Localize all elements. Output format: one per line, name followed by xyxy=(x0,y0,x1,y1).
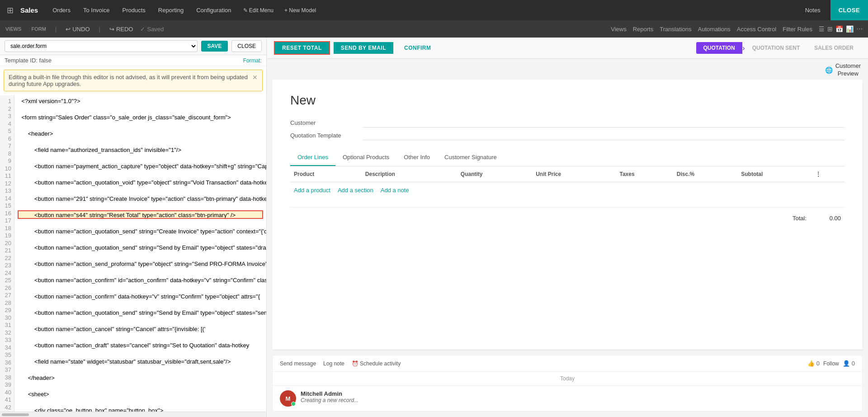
field-customer-label: Customer xyxy=(290,119,363,126)
reports-link[interactable]: Reports xyxy=(633,26,654,33)
col-description: Description xyxy=(362,166,457,182)
status-quotation[interactable]: QUOTATION xyxy=(696,42,742,54)
tab-optional-products[interactable]: Optional Products xyxy=(335,149,396,166)
followers-stat: 👤 0 xyxy=(843,360,855,367)
field-quotation-template-label: Quotation Template xyxy=(290,132,363,139)
view-icons: ☰ ⊞ 📅 📊 ⋯ xyxy=(819,25,863,33)
new-model-button[interactable]: + New Model xyxy=(280,5,321,15)
follow-button[interactable]: Follow xyxy=(823,360,839,367)
add-row-links: Add a product Add a section Add a note xyxy=(290,182,844,198)
add-product-link[interactable]: Add a product xyxy=(294,187,330,194)
line-numbers: 1234567891011121314151617181920212223242… xyxy=(0,95,14,412)
confirm-button[interactable]: CONFIRM xyxy=(397,42,439,54)
likes-stat: 👍 0 xyxy=(807,360,820,367)
add-section-link[interactable]: Add a section xyxy=(338,187,373,194)
schedule-activity-button[interactable]: ⏰ Schedule activity xyxy=(352,360,401,367)
globe-icon: 🌐 xyxy=(825,66,833,74)
save-button[interactable]: SAVE xyxy=(201,41,228,52)
form-preview-inner: New Customer Quotation Template Order Li… xyxy=(272,80,863,242)
status-sent[interactable]: QUOTATION SENT xyxy=(745,42,807,54)
file-selector[interactable]: sale.order.form xyxy=(5,40,198,52)
send-message-button[interactable]: Send message xyxy=(280,360,316,367)
code-editor-panel: sale.order.form SAVE CLOSE Template ID: … xyxy=(0,38,267,417)
send-email-button[interactable]: SEND BY EMAIL xyxy=(334,42,393,54)
likes-count: 0 xyxy=(816,360,820,367)
editor-scrollbar[interactable] xyxy=(0,412,266,417)
list-view-icon[interactable]: ☰ xyxy=(819,25,825,33)
scrollbar-thumb[interactable] xyxy=(2,413,29,416)
calendar-icon[interactable]: 📅 xyxy=(835,25,843,33)
reset-total-button[interactable]: RESET TOTAL xyxy=(274,41,330,55)
col-quantity: Quantity xyxy=(457,166,532,182)
tab-order-lines[interactable]: Order Lines xyxy=(290,149,335,166)
status-order[interactable]: SALES ORDER xyxy=(807,42,861,54)
views-link[interactable]: Views xyxy=(611,26,626,33)
field-quotation-template-value[interactable] xyxy=(363,131,844,140)
chatter-stats: 👍 0 Follow 👤 0 xyxy=(807,360,855,367)
warning-text: Editing a built-in file through this edi… xyxy=(9,74,252,87)
automations-link[interactable]: Automations xyxy=(698,26,731,33)
warning-close-button[interactable]: ✕ xyxy=(252,74,258,81)
preview-panel: RESET TOTAL SEND BY EMAIL CONFIRM QUOTAT… xyxy=(267,38,868,417)
nav-products[interactable]: Products xyxy=(117,5,151,15)
online-badge xyxy=(291,402,296,406)
col-subtotal: Subtotal xyxy=(737,166,812,182)
form-title: New xyxy=(290,93,844,108)
customer-preview-label: CustomerPreview xyxy=(835,62,861,78)
template-id-bar: Template ID: false Format: xyxy=(0,55,266,66)
check-icon: ✓ xyxy=(140,26,145,33)
code-lines: 1234567891011121314151617181920212223242… xyxy=(0,95,266,412)
code-editor[interactable]: 1234567891011121314151617181920212223242… xyxy=(0,95,266,412)
total-label: Total: xyxy=(793,215,807,222)
nav-items: Orders To Invoice Products Reporting Con… xyxy=(47,5,799,15)
total-row: Total: 0.00 xyxy=(290,207,844,229)
form-fields: Customer Quotation Template xyxy=(290,118,844,140)
code-content[interactable]: <?xml version="1.0"?> <form string="Sale… xyxy=(14,95,266,412)
order-lines-table: Product Description Quantity Unit Price … xyxy=(290,166,844,182)
more-views-icon[interactable]: ⋯ xyxy=(856,25,863,33)
field-customer-value[interactable] xyxy=(363,118,844,128)
nav-configuration[interactable]: Configuration xyxy=(191,5,236,15)
format-link[interactable]: Format: xyxy=(243,57,262,64)
total-value: 0.00 xyxy=(814,215,841,222)
nav-to-invoice[interactable]: To Invoice xyxy=(78,5,115,15)
translations-link[interactable]: Translations xyxy=(660,26,691,33)
form-preview: New Customer Quotation Template Order Li… xyxy=(272,80,863,350)
top-navigation: ⊞ Sales Orders To Invoice Products Repor… xyxy=(0,0,868,20)
grid-view-icon[interactable]: ⊞ xyxy=(827,25,833,33)
access-control-link[interactable]: Access Control xyxy=(737,26,776,33)
preview-action-bar: RESET TOTAL SEND BY EMAIL CONFIRM QUOTAT… xyxy=(267,38,868,59)
message-author: Mitchell Admin xyxy=(301,390,359,397)
customer-preview-area: 🌐 CustomerPreview xyxy=(267,59,868,80)
nav-reporting[interactable]: Reporting xyxy=(153,5,189,15)
main-layout: sale.order.form SAVE CLOSE Template ID: … xyxy=(0,38,868,417)
second-bar-right: Views Reports Translations Automations A… xyxy=(611,25,863,33)
customer-preview-button[interactable]: CustomerPreview xyxy=(835,62,861,78)
filter-rules-link[interactable]: Filter Rules xyxy=(783,26,812,33)
tab-customer-signature[interactable]: Customer Signature xyxy=(437,149,504,166)
app-grid-icon[interactable]: ⊞ xyxy=(0,0,20,20)
undo-button[interactable]: ↩ UNDO xyxy=(66,26,90,33)
chart-icon[interactable]: 📊 xyxy=(846,25,854,33)
chatter: Send message Log note ⏰ Schedule activit… xyxy=(272,355,863,412)
close-button-top[interactable]: CLOSE xyxy=(830,0,868,20)
add-note-link[interactable]: Add a note xyxy=(381,187,409,194)
followers-count: 0 xyxy=(852,360,855,367)
notes-button[interactable]: Notes xyxy=(799,5,827,15)
views-label: VIEWS xyxy=(5,26,21,32)
col-product: Product xyxy=(290,166,362,182)
tab-other-info[interactable]: Other Info xyxy=(396,149,437,166)
close-editor-button[interactable]: CLOSE xyxy=(231,40,262,52)
redo-button[interactable]: ↪ REDO xyxy=(109,26,133,33)
message-body: Mitchell Admin Creating a new record... xyxy=(301,390,359,407)
edit-menu-button[interactable]: ✎ Edit Menu xyxy=(239,5,278,15)
log-note-button[interactable]: Log note xyxy=(323,360,344,367)
saved-indicator: ✓ Saved xyxy=(140,26,164,33)
message-text: Creating a new record... xyxy=(301,397,359,403)
nav-orders[interactable]: Orders xyxy=(47,5,76,15)
second-toolbar: VIEWS FORM | ↩ UNDO | ↪ REDO ✓ Saved Vie… xyxy=(0,20,868,38)
warning-banner: Editing a built-in file through this edi… xyxy=(4,70,263,91)
avatar-initials: M xyxy=(286,395,291,402)
person-icon: 👤 xyxy=(843,360,850,367)
avatar: M xyxy=(280,390,296,407)
